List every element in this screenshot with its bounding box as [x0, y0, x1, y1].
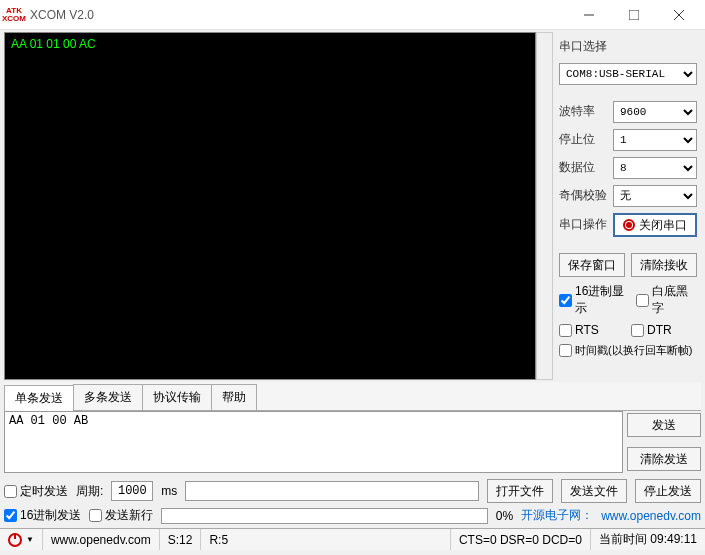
baud-select[interactable]: 9600: [613, 101, 697, 123]
databit-label: 数据位: [559, 159, 609, 176]
svg-rect-1: [629, 10, 639, 20]
app-logo: ATK XCOM: [4, 7, 24, 23]
send-input[interactable]: [4, 411, 623, 473]
tab-protocol[interactable]: 协议传输: [142, 384, 212, 410]
parity-label: 奇偶校验: [559, 187, 609, 204]
clear-send-button[interactable]: 清除发送: [627, 447, 701, 471]
rts-checkbox[interactable]: RTS: [559, 323, 627, 337]
send-button[interactable]: 发送: [627, 413, 701, 437]
progress-bar: [161, 508, 487, 524]
status-power[interactable]: ▼: [0, 529, 43, 550]
stop-send-button[interactable]: 停止发送: [635, 479, 701, 503]
power-icon: [8, 533, 22, 547]
tab-help[interactable]: 帮助: [211, 384, 257, 410]
status-url[interactable]: www.openedv.com: [43, 529, 160, 550]
port-select-label: 串口选择: [559, 38, 697, 55]
close-port-button[interactable]: 关闭串口: [613, 213, 697, 237]
timestamp-checkbox[interactable]: 时间戳(以换行回车断帧): [559, 343, 697, 358]
tab-single-send[interactable]: 单条发送: [4, 385, 74, 411]
close-button[interactable]: [656, 0, 701, 30]
stopbit-label: 停止位: [559, 131, 609, 148]
white-bg-checkbox[interactable]: 白底黑字: [636, 283, 697, 317]
terminal-scrollbar[interactable]: [536, 32, 553, 380]
promo-label: 开源电子网：: [521, 507, 593, 524]
status-signals: CTS=0 DSR=0 DCD=0: [451, 529, 591, 550]
progress-pct: 0%: [496, 509, 513, 523]
send-file-button[interactable]: 发送文件: [561, 479, 627, 503]
port-op-label: 串口操作: [559, 216, 609, 233]
maximize-button[interactable]: [611, 0, 656, 30]
period-unit: ms: [161, 484, 177, 498]
close-icon: [674, 10, 684, 20]
parity-select[interactable]: 无: [613, 185, 697, 207]
receive-terminal[interactable]: AA 01 01 00 AC: [4, 32, 536, 380]
record-icon: [623, 219, 635, 231]
status-sent: S:12: [160, 529, 202, 550]
port-select[interactable]: COM8:USB-SERIAL: [559, 63, 697, 85]
stopbit-select[interactable]: 1: [613, 129, 697, 151]
minimize-button[interactable]: [566, 0, 611, 30]
status-recv: R:5: [201, 529, 450, 550]
chevron-down-icon: ▼: [26, 535, 34, 544]
hex-send-checkbox[interactable]: 16进制发送: [4, 507, 81, 524]
file-path-input[interactable]: [185, 481, 479, 501]
send-newline-checkbox[interactable]: 发送新行: [89, 507, 153, 524]
open-file-button[interactable]: 打开文件: [487, 479, 553, 503]
tab-multi-send[interactable]: 多条发送: [73, 384, 143, 410]
baud-label: 波特率: [559, 103, 609, 120]
terminal-content: AA 01 01 00 AC: [11, 37, 96, 51]
timed-send-checkbox[interactable]: 定时发送: [4, 483, 68, 500]
maximize-icon: [629, 10, 639, 20]
minimize-icon: [584, 10, 594, 20]
save-window-button[interactable]: 保存窗口: [559, 253, 625, 277]
period-label: 周期:: [76, 483, 103, 500]
clear-receive-button[interactable]: 清除接收: [631, 253, 697, 277]
hex-display-checkbox[interactable]: 16进制显示: [559, 283, 632, 317]
promo-link[interactable]: www.openedv.com: [601, 509, 701, 523]
databit-select[interactable]: 8: [613, 157, 697, 179]
status-time: 当前时间 09:49:11: [591, 529, 705, 550]
window-title: XCOM V2.0: [30, 8, 566, 22]
dtr-checkbox[interactable]: DTR: [631, 323, 672, 337]
period-input[interactable]: [111, 481, 153, 501]
send-tabs: 单条发送 多条发送 协议传输 帮助: [4, 382, 701, 411]
